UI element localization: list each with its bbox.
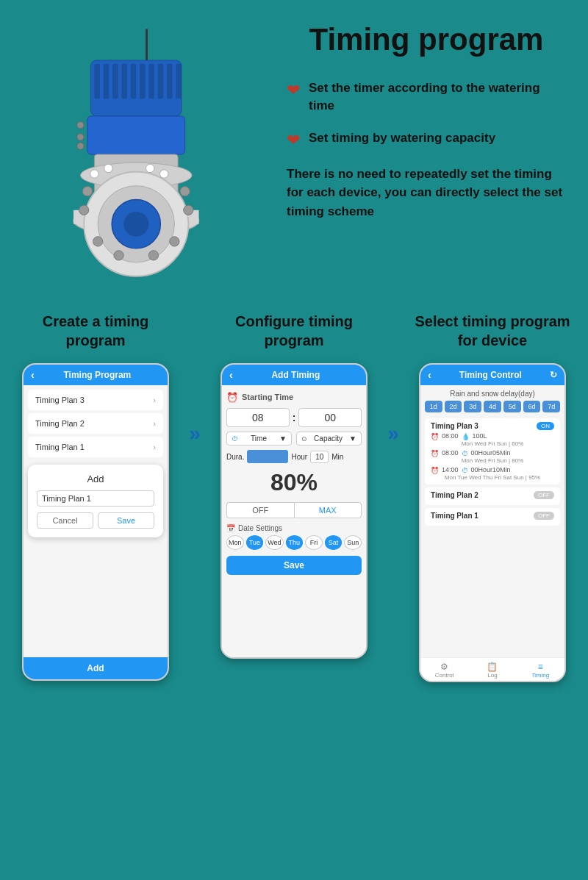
phone1-footer-add: Add (31, 663, 160, 673)
minute-input[interactable]: 00 (298, 408, 362, 427)
day-thu[interactable]: Thu (286, 535, 304, 550)
tp3-days3: Mon Tue Wed Thu Fri Sat Sun | 95% (431, 474, 554, 481)
tp1-header: Timing Plan 1 OFF (431, 512, 554, 520)
phone1-footer[interactable]: Add (24, 657, 168, 679)
timing-icon: ≡ (517, 662, 564, 672)
timing-plan-3-row: Timing Plan 3 ON ⏰ 08:00 💧 100L Mon Wed … (425, 418, 560, 484)
tp3-days1: Mon Wed Fri Sun | 60% (431, 440, 554, 447)
arrow-divider-2: » (375, 363, 412, 446)
svg-point-15 (77, 134, 84, 140)
svg-point-20 (104, 164, 112, 172)
time-dropdown[interactable]: ⏱ Time ▼ (226, 432, 292, 446)
svg-point-14 (77, 121, 84, 128)
day-pill-3d[interactable]: 3d (464, 401, 481, 412)
phone2-body: ⏰ Starting Time 08 : 00 ⏱ Time ▼ (222, 385, 366, 657)
tp3-duration-icon-2: ⏱ (462, 450, 468, 457)
capacity-dropdown[interactable]: ⊙ Capacity ▼ (296, 432, 362, 446)
svg-point-34 (184, 205, 193, 215)
time-icon: ⏱ (232, 435, 238, 443)
feature-item-1: ❤ Set the timer according to the waterin… (287, 79, 566, 115)
tp3-toggle[interactable]: ON (537, 422, 554, 430)
phone1-plan1-label: Timing Plan 1 (35, 443, 85, 451)
feature-text-2: Set timing by watering capacity (309, 129, 495, 147)
tp3-clock-icon-3: ⏰ (431, 467, 439, 474)
phone2-back-arrow[interactable]: ‹ (229, 369, 233, 381)
nav-control-label: Control (435, 672, 454, 679)
day-pill-1d[interactable]: 1d (425, 401, 442, 412)
tp1-toggle[interactable]: OFF (534, 512, 554, 520)
tp3-name: Timing Plan 3 (431, 422, 478, 430)
date-settings-label: 📅 Date Settings (226, 524, 362, 532)
page-title: Timing program (287, 22, 566, 57)
step2-title-area: Configure timing program (213, 312, 375, 356)
step3-title: Select timing program for device (412, 312, 573, 350)
min-value[interactable]: 10 (310, 451, 329, 463)
day-sun[interactable]: Sun (344, 535, 362, 550)
phone3-nav: ⚙ Control 📋 Log ≡ Timing (420, 657, 564, 681)
tp3-capacity1: 100L (473, 432, 487, 440)
tp3-days2: Mon Wed Fri Sun | 80% (431, 457, 554, 464)
capacity-chevron: ▼ (349, 434, 356, 443)
svg-rect-12 (176, 64, 182, 99)
phone1-back-arrow[interactable]: ‹ (31, 369, 35, 381)
tp2-name: Timing Plan 2 (431, 491, 478, 499)
day-pill-6d[interactable]: 6d (523, 401, 541, 412)
phone1-list-item-1[interactable]: Timing Plan 1 › (28, 437, 163, 457)
phone1-body: Timing Plan 3 › Timing Plan 2 › Timing P… (24, 385, 168, 657)
day-pill-7d[interactable]: 7d (542, 401, 560, 412)
day-pill-2d[interactable]: 2d (445, 401, 462, 412)
max-button[interactable]: MAX (294, 502, 362, 518)
phone3-body: Rain and snow delay(day) 1d 2d 3d 4d 5d … (420, 385, 564, 657)
phone1-list-item-2[interactable]: Timing Plan 2 › (28, 413, 163, 434)
phone3-mockup: ‹ Timing Control ↻ Rain and snow delay(d… (419, 363, 566, 682)
tp3-duration2: 00Hour05Min (471, 449, 511, 457)
svg-point-29 (79, 205, 89, 215)
phone1-plan-name-input[interactable] (37, 490, 154, 507)
tp2-toggle[interactable]: OFF (534, 491, 554, 499)
double-arrow-2: » (387, 422, 399, 446)
off-button[interactable]: OFF (226, 502, 294, 518)
svg-rect-9 (148, 64, 154, 99)
feature-text-1: Set the timer according to the watering … (309, 79, 566, 115)
timing-plan-2-row: Timing Plan 2 OFF (425, 487, 560, 505)
svg-rect-8 (140, 64, 146, 99)
right-content: Timing program ❤ Set the timer according… (272, 22, 566, 221)
percent-display: 80% (226, 469, 362, 496)
day-pill-5d[interactable]: 5d (503, 401, 521, 412)
nav-log[interactable]: 📋 Log (468, 662, 516, 679)
phone1-header: ‹ Timing Program (24, 365, 168, 385)
phone1-cancel-button[interactable]: Cancel (37, 512, 93, 529)
phone2-save-button[interactable]: Save (226, 556, 362, 575)
nav-timing[interactable]: ≡ Timing (517, 662, 564, 679)
phone1-save-button[interactable]: Save (98, 512, 154, 529)
tp3-duration3: 00Hour10Min (471, 466, 511, 473)
day-tue[interactable]: Tue (246, 535, 264, 550)
capacity-icon: ⊙ (301, 435, 307, 443)
nav-control[interactable]: ⚙ Control (420, 662, 468, 679)
day-mon[interactable]: Mon (226, 535, 244, 550)
svg-point-16 (77, 143, 84, 149)
phones-row: ‹ Timing Program Timing Plan 3 › Timing … (15, 363, 573, 682)
hour-label: Hour (291, 453, 307, 461)
bottom-section: Create a timing program Configure timing… (0, 304, 588, 704)
phone1-list-item-3[interactable]: Timing Plan 3 › (28, 390, 163, 410)
tp3-time2: 08:00 (442, 449, 459, 457)
phone1-add-dialog: Add Cancel Save (28, 465, 163, 537)
svg-rect-5 (112, 64, 118, 99)
hour-input[interactable]: 08 (226, 408, 290, 427)
svg-rect-6 (121, 64, 127, 99)
day-sat[interactable]: Sat (325, 535, 343, 550)
phone3-back-arrow[interactable]: ‹ (428, 369, 431, 381)
day-fri[interactable]: Fri (305, 535, 323, 550)
nav-log-label: Log (487, 672, 497, 679)
dropdown-row: ⏱ Time ▼ ⊙ Capacity ▼ (226, 432, 362, 446)
phone2-area: ‹ Add Timing ⏰ Starting Time 08 : 00 (213, 363, 375, 659)
day-wed[interactable]: Wed (265, 535, 283, 550)
day-pill-4d[interactable]: 4d (484, 401, 501, 412)
refresh-icon[interactable]: ↻ (550, 370, 557, 380)
days-row: Mon Tue Wed Thu Fri Sat Sun (226, 535, 362, 550)
svg-rect-10 (158, 64, 164, 99)
time-label: Time (251, 434, 267, 443)
tp1-name: Timing Plan 1 (431, 512, 478, 520)
starting-time-row: ⏰ Starting Time (226, 390, 362, 404)
